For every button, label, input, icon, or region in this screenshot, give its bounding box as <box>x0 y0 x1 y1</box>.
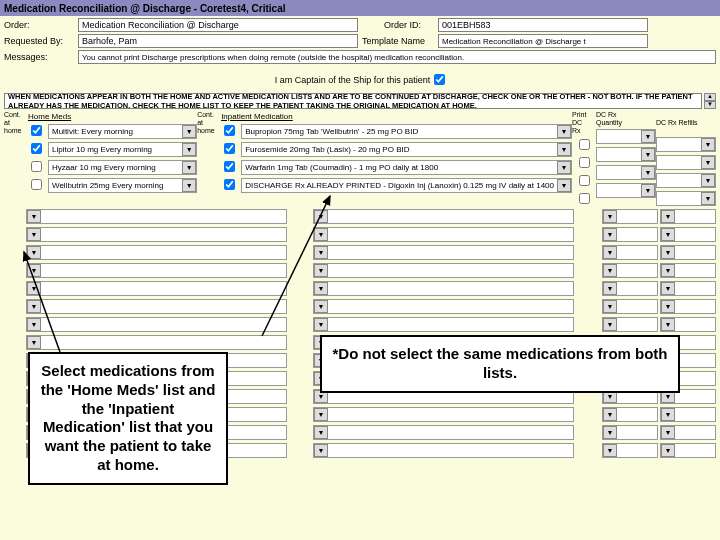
home-med-select[interactable]: Lipitor 10 mg Every morning▼ <box>48 142 197 157</box>
qty-select[interactable]: ▼ <box>596 147 656 162</box>
chevron-down-icon[interactable]: ▼ <box>603 228 617 241</box>
chevron-down-icon[interactable]: ▼ <box>603 300 617 313</box>
empty-inpatient-select[interactable]: ▼ <box>313 443 574 458</box>
chevron-down-icon[interactable]: ▼ <box>314 228 328 241</box>
chevron-down-icon[interactable]: ▼ <box>603 426 617 439</box>
empty-home-select[interactable]: ▼ <box>26 317 287 332</box>
empty-qty-select[interactable]: ▼ <box>602 209 658 224</box>
chevron-down-icon[interactable]: ▼ <box>27 228 41 241</box>
spinner-down-icon[interactable]: ▼ <box>704 101 716 109</box>
chevron-down-icon[interactable]: ▼ <box>27 246 41 259</box>
chevron-down-icon[interactable]: ▼ <box>314 318 328 331</box>
requestedby-field[interactable]: Barhofe, Pam <box>78 34 358 48</box>
qty-select[interactable]: ▼ <box>596 165 656 180</box>
chevron-down-icon[interactable]: ▼ <box>641 148 655 161</box>
empty-home-select[interactable]: ▼ <box>26 281 287 296</box>
chevron-down-icon[interactable]: ▼ <box>27 282 41 295</box>
chevron-down-icon[interactable]: ▼ <box>661 300 675 313</box>
empty-home-select[interactable]: ▼ <box>26 335 287 350</box>
empty-qty-select[interactable]: ▼ <box>602 407 658 422</box>
chevron-down-icon[interactable]: ▼ <box>661 408 675 421</box>
empty-home-select[interactable]: ▼ <box>26 263 287 278</box>
home-med-checkbox[interactable] <box>31 125 42 136</box>
empty-inpatient-select[interactable]: ▼ <box>313 209 574 224</box>
chevron-down-icon[interactable]: ▼ <box>314 282 328 295</box>
empty-home-select[interactable]: ▼ <box>26 227 287 242</box>
chevron-down-icon[interactable]: ▼ <box>661 426 675 439</box>
home-med-select[interactable]: Multivit: Every morning▼ <box>48 124 197 139</box>
inpatient-med-select[interactable]: Warfarin 1mg Tab (Coumadin) - 1 mg PO da… <box>241 160 572 175</box>
chevron-down-icon[interactable]: ▼ <box>557 179 571 192</box>
empty-home-select[interactable]: ▼ <box>26 299 287 314</box>
inpatient-med-checkbox[interactable] <box>224 125 235 136</box>
empty-refills-select[interactable]: ▼ <box>660 263 716 278</box>
chevron-down-icon[interactable]: ▼ <box>314 300 328 313</box>
chevron-down-icon[interactable]: ▼ <box>661 210 675 223</box>
chevron-down-icon[interactable]: ▼ <box>641 166 655 179</box>
chevron-down-icon[interactable]: ▼ <box>27 300 41 313</box>
chevron-down-icon[interactable]: ▼ <box>314 264 328 277</box>
chevron-down-icon[interactable]: ▼ <box>557 143 571 156</box>
print-rx-checkbox[interactable] <box>579 193 590 204</box>
empty-refills-select[interactable]: ▼ <box>660 407 716 422</box>
chevron-down-icon[interactable]: ▼ <box>661 264 675 277</box>
refills-select[interactable]: ▼ <box>656 155 716 170</box>
print-rx-checkbox[interactable] <box>579 175 590 186</box>
chevron-down-icon[interactable]: ▼ <box>314 426 328 439</box>
empty-qty-select[interactable]: ▼ <box>602 227 658 242</box>
empty-inpatient-select[interactable]: ▼ <box>313 245 574 260</box>
chevron-down-icon[interactable]: ▼ <box>701 156 715 169</box>
qty-select[interactable]: ▼ <box>596 129 656 144</box>
print-rx-checkbox[interactable] <box>579 139 590 150</box>
chevron-down-icon[interactable]: ▼ <box>603 210 617 223</box>
inpatient-med-select[interactable]: Furosemide 20mg Tab (Lasix) - 20 mg PO B… <box>241 142 572 157</box>
chevron-down-icon[interactable]: ▼ <box>557 161 571 174</box>
captain-checkbox[interactable] <box>434 74 445 85</box>
chevron-down-icon[interactable]: ▼ <box>701 192 715 205</box>
empty-qty-select[interactable]: ▼ <box>602 425 658 440</box>
chevron-down-icon[interactable]: ▼ <box>661 444 675 457</box>
home-med-select[interactable]: Hyzaar 10 mg Every morning▼ <box>48 160 197 175</box>
chevron-down-icon[interactable]: ▼ <box>182 179 196 192</box>
refills-select[interactable]: ▼ <box>656 137 716 152</box>
refills-select[interactable]: ▼ <box>656 191 716 206</box>
chevron-down-icon[interactable]: ▼ <box>27 210 41 223</box>
chevron-down-icon[interactable]: ▼ <box>661 318 675 331</box>
inpatient-med-checkbox[interactable] <box>224 179 235 190</box>
qty-select[interactable]: ▼ <box>596 183 656 198</box>
inpatient-med-select[interactable]: Bupropion 75mg Tab 'Wellbutrin' - 25 mg … <box>241 124 572 139</box>
chevron-down-icon[interactable]: ▼ <box>641 184 655 197</box>
home-med-checkbox[interactable] <box>31 143 42 154</box>
empty-refills-select[interactable]: ▼ <box>660 425 716 440</box>
empty-refills-select[interactable]: ▼ <box>660 245 716 260</box>
inpatient-med-checkbox[interactable] <box>224 161 235 172</box>
empty-inpatient-select[interactable]: ▼ <box>313 281 574 296</box>
chevron-down-icon[interactable]: ▼ <box>701 138 715 151</box>
chevron-down-icon[interactable]: ▼ <box>27 318 41 331</box>
chevron-down-icon[interactable]: ▼ <box>603 318 617 331</box>
empty-inpatient-select[interactable]: ▼ <box>313 227 574 242</box>
empty-qty-select[interactable]: ▼ <box>602 263 658 278</box>
empty-qty-select[interactable]: ▼ <box>602 317 658 332</box>
empty-inpatient-select[interactable]: ▼ <box>313 263 574 278</box>
inpatient-med-checkbox[interactable] <box>224 143 235 154</box>
chevron-down-icon[interactable]: ▼ <box>182 125 196 138</box>
chevron-down-icon[interactable]: ▼ <box>603 444 617 457</box>
home-med-select[interactable]: Wellbutrin 25mg Every morning▼ <box>48 178 197 193</box>
empty-inpatient-select[interactable]: ▼ <box>313 407 574 422</box>
home-med-checkbox[interactable] <box>31 161 42 172</box>
chevron-down-icon[interactable]: ▼ <box>603 408 617 421</box>
chevron-down-icon[interactable]: ▼ <box>641 130 655 143</box>
empty-qty-select[interactable]: ▼ <box>602 299 658 314</box>
empty-inpatient-select[interactable]: ▼ <box>313 425 574 440</box>
chevron-down-icon[interactable]: ▼ <box>314 246 328 259</box>
empty-home-select[interactable]: ▼ <box>26 209 287 224</box>
chevron-down-icon[interactable]: ▼ <box>701 174 715 187</box>
chevron-down-icon[interactable]: ▼ <box>603 246 617 259</box>
spinner-up-icon[interactable]: ▲ <box>704 93 716 101</box>
empty-inpatient-select[interactable]: ▼ <box>313 299 574 314</box>
home-med-checkbox[interactable] <box>31 179 42 190</box>
chevron-down-icon[interactable]: ▼ <box>314 408 328 421</box>
chevron-down-icon[interactable]: ▼ <box>603 282 617 295</box>
print-rx-checkbox[interactable] <box>579 157 590 168</box>
